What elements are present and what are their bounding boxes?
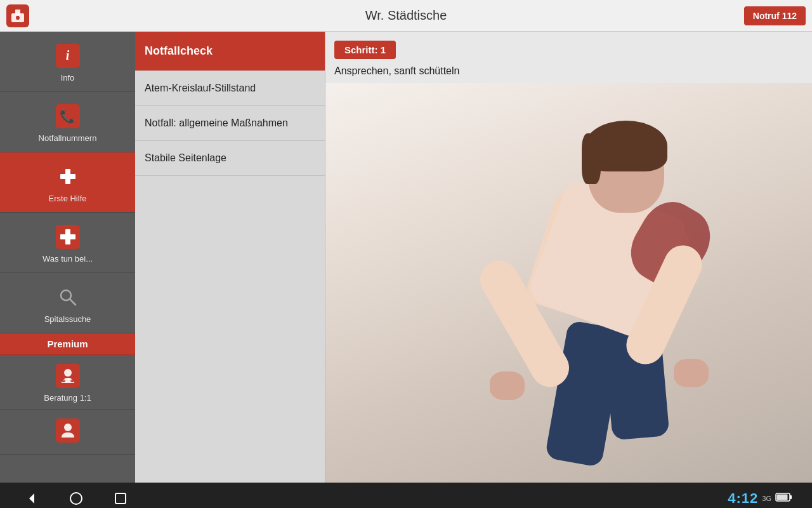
nav-home-button[interactable]	[63, 486, 89, 508]
clock: 4:12	[728, 490, 758, 507]
signal-label: 3G	[762, 495, 771, 502]
was-tun-icon-wrap	[55, 224, 81, 250]
info-icon-wrap: i	[55, 43, 81, 69]
sidebar-item-info[interactable]: i Info	[0, 32, 135, 92]
sidebar-label-beratung: Beratung 1:1	[44, 393, 91, 403]
content-panel: Schritt: 1 Ansprechen, sanft schütteln	[325, 32, 812, 483]
person-figure	[455, 114, 813, 483]
signal-info: 3G	[762, 495, 771, 502]
hand-right	[674, 359, 709, 387]
hair-side	[582, 133, 601, 184]
middle-panel: Notfallcheck Atem-Kreislauf-Stillstand N…	[135, 32, 325, 483]
step-badge: Schritt: 1	[334, 41, 396, 59]
beratung2-icon-wrap	[55, 417, 81, 444]
app-logo[interactable]	[6, 4, 29, 27]
beratung-icon-wrap	[55, 363, 81, 389]
svg-rect-3	[16, 16, 19, 20]
content-image	[325, 83, 812, 483]
emergency-button[interactable]: Notruf 112	[744, 6, 806, 25]
spitalssuche-icon-wrap	[55, 284, 81, 311]
sidebar-item-notfallnummern[interactable]: 📞 Notfallnummern	[0, 92, 135, 152]
sidebar-label-notfallnummern: Notfallnummern	[39, 133, 97, 143]
svg-rect-1	[15, 10, 20, 15]
nav-buttons	[19, 486, 133, 508]
premium-bar: Premium	[0, 333, 135, 355]
sidebar-label-spitalssuche: Spitalssuche	[44, 314, 91, 324]
middle-label-atem: Atem-Kreislauf-Stillstand	[145, 83, 256, 93]
erste-hilfe-cross-icon	[56, 164, 80, 189]
sidebar-item-spitalssuche[interactable]: Spitalssuche	[0, 273, 135, 333]
middle-label-notfallcheck: Notfallcheck	[145, 44, 213, 57]
sidebar-item-beratung2[interactable]	[0, 410, 135, 455]
svg-rect-14	[790, 495, 792, 499]
sidebar-item-beratung[interactable]: Beratung 1:1	[0, 355, 135, 410]
svg-rect-12	[115, 493, 126, 504]
main-layout: i Info 📞 Notfallnummern Erste Hilfe	[0, 32, 812, 483]
svg-line-5	[70, 299, 75, 305]
search-icon	[56, 285, 80, 309]
beratung-icon	[56, 364, 80, 388]
erste-hilfe-icon-wrap	[55, 163, 81, 190]
nav-recent-button[interactable]	[108, 486, 133, 508]
sidebar-label-info: Info	[61, 73, 75, 83]
middle-item-atem[interactable]: Atem-Kreislauf-Stillstand	[135, 71, 325, 106]
sidebar-item-erste-hilfe[interactable]: Erste Hilfe	[0, 152, 135, 213]
hand-left	[490, 371, 525, 400]
middle-item-notfall-allgemein[interactable]: Notfall: allgemeine Maßnahmen	[135, 106, 325, 141]
step-description: Ansprechen, sanft schütteln	[334, 65, 803, 77]
sidebar-item-was-tun[interactable]: Was tun bei...	[0, 213, 135, 273]
svg-rect-15	[777, 494, 788, 500]
svg-point-6	[64, 369, 72, 377]
phone-icon-wrap: 📞	[55, 103, 81, 130]
middle-item-stabile[interactable]: Stabile Seitenlage	[135, 141, 325, 176]
app-title: Wr. Städtische	[365, 8, 447, 23]
nav-back-button[interactable]	[19, 486, 44, 508]
info-icon: i	[56, 44, 80, 68]
sidebar-label-erste-hilfe: Erste Hilfe	[49, 194, 87, 203]
was-tun-cross-icon	[56, 225, 80, 249]
beratung2-icon	[56, 418, 80, 443]
phone-icon: 📞	[56, 104, 80, 128]
bottom-right: 4:12 3G	[728, 490, 793, 507]
middle-label-stabile: Stabile Seitenlage	[145, 152, 226, 163]
battery-icon	[775, 492, 793, 505]
middle-item-notfallcheck[interactable]: Notfallcheck	[135, 32, 325, 71]
svg-marker-10	[29, 493, 34, 504]
svg-point-11	[70, 493, 82, 504]
sidebar: i Info 📞 Notfallnummern Erste Hilfe	[0, 32, 135, 483]
middle-label-notfall-allgemein: Notfall: allgemeine Maßnahmen	[145, 117, 288, 128]
svg-point-9	[64, 424, 72, 431]
bottom-bar: 4:12 3G	[0, 483, 812, 508]
premium-label: Premium	[47, 338, 88, 349]
sidebar-label-was-tun: Was tun bei...	[43, 254, 93, 264]
top-bar: Wr. Städtische Notruf 112	[0, 0, 812, 32]
